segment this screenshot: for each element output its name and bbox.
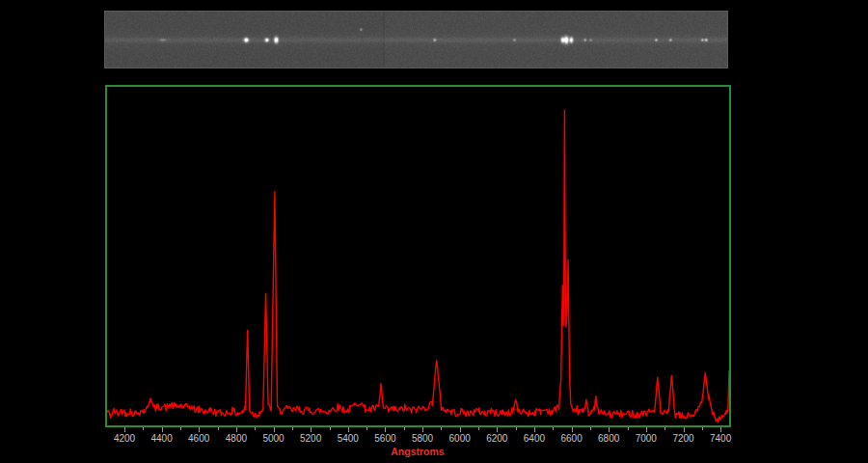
x-axis-tick-label: 4400 [150,433,172,444]
x-axis-minor-tick [553,427,554,430]
x-axis-major-tick [497,427,498,432]
x-axis-tick-label: 6600 [560,433,582,444]
x-axis-tick-label: 7400 [710,433,731,444]
x-axis-minor-tick [478,427,479,430]
x-axis-major-tick [385,427,386,432]
x-axis-major-tick [348,427,349,432]
x-axis-tick-label: 4600 [188,433,209,444]
x-axis-minor-tick [628,427,629,430]
x-axis-tick-label: 6000 [449,433,471,444]
x-axis-minor-tick [516,427,517,430]
x-axis-minor-tick [366,427,367,430]
x-axis-minor-tick [404,427,405,430]
x-axis-minor-tick [180,427,181,430]
x-axis-tick-label: 7200 [672,433,693,444]
x-axis-tick-label: 4200 [114,433,135,444]
x-axis-tick-label: 5600 [374,433,395,444]
x-axis-major-tick [534,427,535,432]
x-axis-minor-tick [665,427,665,430]
x-axis-minor-tick [441,427,442,430]
x-axis-major-tick [422,427,423,432]
x-axis-minor-tick [702,427,703,430]
x-axis-minor-tick [330,427,331,430]
x-axis-title: Angstroms [391,446,444,457]
x-axis-minor-tick [218,427,219,430]
x-axis-major-tick [274,427,275,432]
x-axis-major-tick [311,427,312,432]
raw-spectrum-strip-image [104,11,728,68]
x-axis-tick-label: 5000 [262,433,284,444]
x-axis-minor-tick [143,427,144,430]
x-axis-tick-label: 4800 [226,433,247,444]
x-axis-major-tick [199,427,200,432]
x-axis-tick-label: 5800 [412,433,433,444]
x-axis-tick-label: 6400 [524,433,545,444]
x-axis-major-tick [720,427,721,432]
x-axis-major-tick [609,427,610,432]
x-axis-minor-tick [292,427,293,430]
x-axis-tick-label: 7000 [636,433,657,444]
spectrum-trace-line [107,110,729,422]
x-axis-tick-label: 5400 [338,433,359,444]
x-axis-minor-tick [255,427,256,430]
spectrum-plot-frame [105,85,731,427]
x-axis-minor-tick [590,427,591,430]
x-axis-major-tick [124,427,125,432]
x-axis-tick-label: 5200 [300,433,321,444]
spectrum-line-chart [107,87,729,425]
x-axis-major-tick [460,427,461,432]
x-axis-tick-label: 6800 [598,433,619,444]
x-axis-major-tick [646,427,647,432]
x-axis-major-tick [162,427,163,432]
x-axis-major-tick [572,427,573,432]
x-axis-major-tick [236,427,237,432]
spectroscopy-app-window: { "window": { "background": "#000000", "… [0,0,868,463]
x-axis-major-tick [684,427,685,432]
x-axis-tick-label: 6200 [486,433,507,444]
